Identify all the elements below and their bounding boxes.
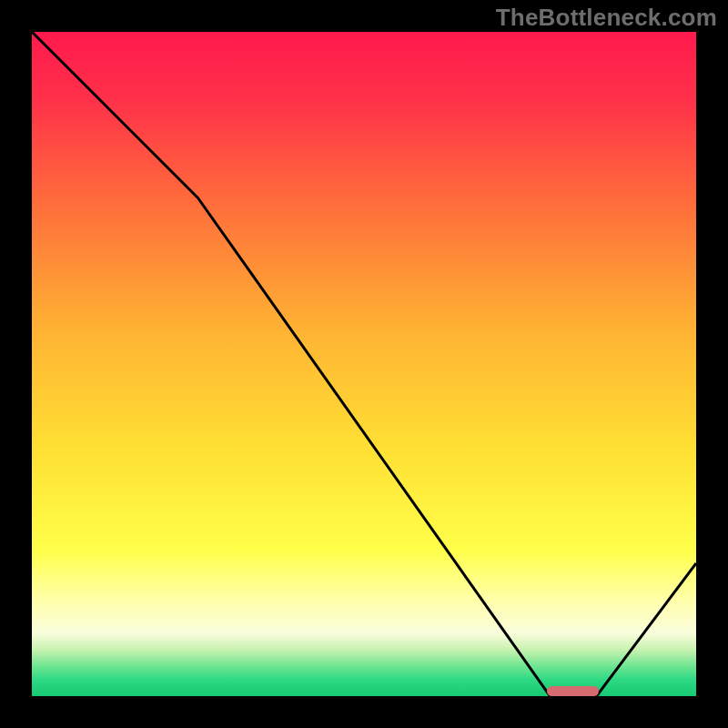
chart-frame: TheBottleneck.com bbox=[0, 0, 728, 728]
ideal-range-marker bbox=[547, 686, 599, 696]
watermark-text: TheBottleneck.com bbox=[496, 4, 717, 32]
plot-area bbox=[32, 32, 696, 696]
bottleneck-curve bbox=[32, 32, 696, 696]
